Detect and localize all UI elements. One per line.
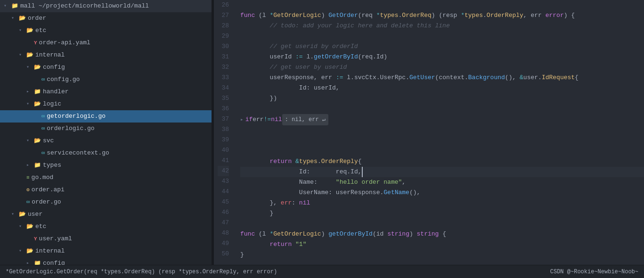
sidebar-item-order-api-yaml[interactable]: Y order-api.yaml xyxy=(0,37,212,49)
sidebar-item-types-order[interactable]: 📁 types xyxy=(0,159,212,172)
sidebar-item-config-user[interactable]: 📁 config xyxy=(0,257,212,265)
sidebar-item-order[interactable]: 📂 order xyxy=(0,12,212,25)
code-line-27: func (l *GetOrderLogic) GetOrder(req *ty… xyxy=(240,10,644,21)
code-line-50: } xyxy=(240,250,644,260)
code-line-40 xyxy=(240,146,644,156)
orderlogic-go-icon: ∞ xyxy=(41,123,45,134)
sidebar-item-etc-order[interactable]: 📂 etc xyxy=(0,25,212,37)
svc-order-folder-icon: 📂 xyxy=(34,136,41,146)
ln-44: 44 xyxy=(218,187,229,197)
sidebar-item-logic-order[interactable]: 📂 logic xyxy=(0,98,212,110)
status-right-text: CSDN @~Rookie~Newbie~Noob~ xyxy=(550,269,638,275)
code-line-33: userResponse, err := l.svcCtx.UserRpc.Ge… xyxy=(240,73,644,83)
user-label: user xyxy=(28,209,42,220)
sidebar-item-user[interactable]: 📂 user xyxy=(0,208,212,221)
go-icon: ∞ xyxy=(41,74,45,85)
ln-37: 37 xyxy=(218,114,229,124)
ln-38: 38 xyxy=(218,124,229,135)
code-content[interactable]: func (l *GetOrderLogic) GetOrder(req *ty… xyxy=(233,0,644,265)
config-order-label: config xyxy=(43,62,65,73)
code-line-32: // get user by userid xyxy=(240,62,644,73)
code-area: 26 27 28 29 30 31 32 33 34 35 36 37 38 3… xyxy=(214,0,644,265)
sidebar-item-etc-user[interactable]: 📂 etc xyxy=(0,221,212,233)
ln-30: 30 xyxy=(218,41,229,52)
sidebar-item-internal-order[interactable]: 📂 internal xyxy=(0,49,212,61)
svc-order-arrow xyxy=(26,136,34,146)
code-line-43: Name: "hello order name", xyxy=(240,177,644,188)
types-order-label: types xyxy=(43,160,61,171)
file-tree[interactable]: 📁 mall ~/project/micorhelloworld/mall 📂 … xyxy=(0,0,212,265)
config-user-label: config xyxy=(43,258,65,265)
code-line-49: return "1" xyxy=(240,239,644,250)
handler-folder-icon: 📁 xyxy=(34,87,41,97)
sidebar-item-internal-user[interactable]: 📂 internal xyxy=(0,245,212,257)
types-order-folder-icon: 📁 xyxy=(34,160,41,171)
user-yaml-icon: Y xyxy=(34,234,37,244)
code-line-30: // get userid by orderId xyxy=(240,41,644,52)
code-line-42: Id: req.Id, xyxy=(240,167,644,177)
tree-root[interactable]: 📁 mall ~/project/micorhelloworld/mall xyxy=(0,0,212,12)
etc-user-arrow xyxy=(19,221,26,232)
sidebar-item-orderlogic[interactable]: ∞ orderlogic.go xyxy=(0,123,212,135)
yaml-icon: Y xyxy=(34,38,37,48)
config-user-arrow xyxy=(26,258,34,265)
ln-34: 34 xyxy=(218,83,229,93)
api-icon: ⚙ xyxy=(26,185,30,195)
etc-user-label: etc xyxy=(35,221,46,232)
etc-order-folder-icon: 📂 xyxy=(26,25,33,36)
sidebar-item-config-order[interactable]: 📂 config xyxy=(0,61,212,74)
getorderlogic-go-icon: ∞ xyxy=(41,111,45,122)
sidebar-item-config-go[interactable]: ∞ config.go xyxy=(0,74,212,86)
line-numbers: 26 27 28 29 30 31 32 33 34 35 36 37 38 3… xyxy=(214,0,233,265)
code-line-47 xyxy=(240,219,644,229)
config-order-arrow xyxy=(26,62,34,73)
ln-50: 50 xyxy=(218,249,229,259)
ln-28: 28 xyxy=(218,21,229,31)
internal-user-arrow xyxy=(19,246,26,256)
ln-29: 29 xyxy=(218,31,229,41)
servicecontext-go-icon: ∞ xyxy=(41,148,45,158)
svc-order-label: svc xyxy=(43,136,54,146)
go-mod-label: go.mod xyxy=(32,172,54,183)
ln-27: 27 xyxy=(218,10,229,21)
code-line-44: UserName: userResponse.GetName(), xyxy=(240,188,644,198)
status-bar: *GetOrderLogic.GetOrder(req *types.Order… xyxy=(0,265,644,278)
etc-order-arrow xyxy=(19,25,26,36)
status-left-text: *GetOrderLogic.GetOrder(req *types.Order… xyxy=(6,269,277,275)
types-order-arrow xyxy=(26,160,34,171)
code-line-36 xyxy=(240,104,644,114)
orderlogic-label: orderlogic.go xyxy=(47,123,94,134)
sidebar-item-order-api[interactable]: ⚙ order.api xyxy=(0,184,212,196)
code-line-41: return &types.OrderReply{ xyxy=(240,156,644,167)
code-line-46: } xyxy=(240,208,644,219)
sidebar-item-order-go[interactable]: ∞ order.go xyxy=(0,196,212,208)
sidebar-item-servicecontext[interactable]: ∞ servicecontext.go xyxy=(0,147,212,159)
sidebar-item-go-mod[interactable]: ≡ go.mod xyxy=(0,172,212,184)
logic-order-arrow xyxy=(26,99,34,109)
handler-label: handler xyxy=(43,87,69,97)
root-arrow xyxy=(4,1,11,11)
code-line-34: Id: userId, xyxy=(240,83,644,93)
sidebar-item-user-yaml[interactable]: Y user.yaml xyxy=(0,233,212,245)
root-folder-icon: 📁 xyxy=(11,1,18,11)
user-folder-icon: 📂 xyxy=(19,209,26,220)
ln-47: 47 xyxy=(218,218,229,228)
ln-36: 36 xyxy=(218,104,229,114)
ln-46: 46 xyxy=(218,207,229,218)
order-api-yaml-label: order-api.yaml xyxy=(39,38,90,48)
handler-arrow xyxy=(26,87,34,97)
etc-user-folder-icon: 📂 xyxy=(26,221,33,232)
ln-26: 26 xyxy=(218,0,229,10)
ln-43: 43 xyxy=(218,176,229,187)
sidebar-item-handler[interactable]: 📁 handler xyxy=(0,86,212,98)
internal-order-arrow xyxy=(19,50,26,60)
sidebar-item-getorderlogic[interactable]: ∞ getorderlogic.go xyxy=(0,110,212,123)
order-arrow xyxy=(11,13,19,24)
config-go-label: config.go xyxy=(47,74,80,85)
config-user-folder-icon: 📁 xyxy=(34,258,41,265)
internal-user-folder-icon: 📂 xyxy=(26,246,33,256)
sidebar-item-svc-order[interactable]: 📂 svc xyxy=(0,135,212,147)
code-line-31: userId := l.getOrderById(req.Id) xyxy=(240,52,644,62)
config-order-folder-icon: 📂 xyxy=(34,62,41,73)
code-line-29 xyxy=(240,31,644,41)
